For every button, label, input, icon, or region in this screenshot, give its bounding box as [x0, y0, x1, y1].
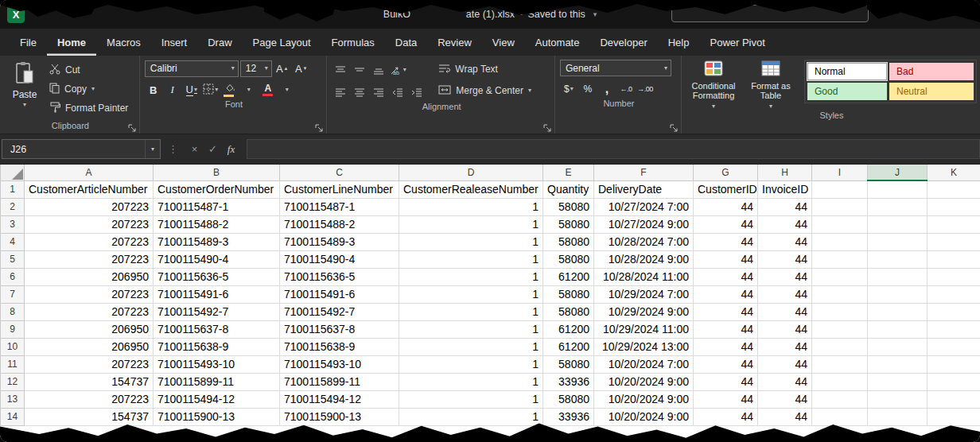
cell-E9[interactable]: 61200: [543, 320, 594, 338]
cell-E14[interactable]: 33936: [543, 408, 594, 425]
cell-K14[interactable]: [928, 408, 980, 425]
select-all-button[interactable]: [1, 165, 25, 180]
cell-E13[interactable]: 58080: [543, 390, 594, 408]
cell-H4[interactable]: 44: [758, 233, 812, 250]
cell-A7[interactable]: 207223: [25, 285, 154, 303]
font-name-select[interactable]: Calibri ▾: [145, 60, 239, 77]
cell-style-neutral[interactable]: Neutral: [889, 83, 974, 100]
cell-I14[interactable]: [812, 408, 868, 425]
column-header-H[interactable]: H: [758, 165, 812, 180]
font-dialog-launcher[interactable]: [315, 122, 324, 130]
cell-A3[interactable]: 207223: [25, 215, 154, 233]
cell-H13[interactable]: 44: [758, 390, 812, 408]
cell-K10[interactable]: [928, 338, 980, 355]
cell-D7[interactable]: 1: [399, 285, 543, 303]
cell-C4[interactable]: 7100115489-3: [280, 233, 399, 250]
cell-I2[interactable]: [812, 198, 868, 215]
tab-insert[interactable]: Insert: [151, 29, 198, 56]
accounting-format-button[interactable]: $▾: [560, 80, 578, 98]
cell-B1[interactable]: CustomerOrderNumber: [154, 180, 280, 198]
cell-D13[interactable]: 1: [399, 390, 543, 408]
cell-G6[interactable]: 44: [694, 268, 758, 285]
cell-A8[interactable]: 207223: [25, 303, 154, 320]
cell-H2[interactable]: 44: [758, 198, 812, 215]
cell-E4[interactable]: 58080: [543, 233, 594, 250]
align-center-button[interactable]: [351, 83, 368, 101]
cell-I5[interactable]: [812, 250, 868, 268]
tab-home[interactable]: Home: [47, 29, 96, 56]
paste-button[interactable]: Paste ▾: [5, 59, 45, 120]
cell-E12[interactable]: 33936: [543, 373, 594, 390]
cell-E3[interactable]: 58080: [543, 215, 594, 233]
cell-C10[interactable]: 7100115638-9: [280, 338, 399, 355]
font-size-select[interactable]: 12 ▾: [240, 60, 272, 77]
cell-D8[interactable]: 1: [399, 303, 543, 320]
cell-I12[interactable]: [812, 373, 868, 390]
enter-button[interactable]: ✓: [204, 140, 222, 159]
cell-D5[interactable]: 1: [399, 250, 543, 268]
cell-J1[interactable]: [868, 180, 928, 198]
cell-F6[interactable]: 10/28/2024 11:00: [594, 268, 694, 285]
cell-style-normal[interactable]: Normal: [807, 63, 887, 80]
tab-review[interactable]: Review: [427, 29, 482, 56]
cell-B3[interactable]: 7100115488-2: [154, 215, 280, 233]
align-top-button[interactable]: [332, 61, 349, 79]
cell-G1[interactable]: CustomerID: [694, 180, 758, 198]
cell-H8[interactable]: 44: [758, 303, 812, 320]
copy-button[interactable]: Copy ▾: [49, 80, 128, 98]
cell-A1[interactable]: CustomerArticleNumber: [25, 180, 154, 198]
cell-C7[interactable]: 7100115491-6: [280, 285, 399, 303]
cell-G5[interactable]: 44: [694, 250, 758, 268]
tab-data[interactable]: Data: [385, 29, 427, 56]
row-header-8[interactable]: 8: [1, 303, 25, 320]
cell-G3[interactable]: 44: [694, 215, 758, 233]
tab-help[interactable]: Help: [658, 29, 700, 56]
cell-F14[interactable]: 10/20/2024 9:00: [594, 408, 694, 425]
cell-H11[interactable]: 44: [758, 355, 812, 373]
cell-C13[interactable]: 7100115494-12: [280, 390, 399, 408]
number-format-select[interactable]: General ▾: [560, 60, 671, 76]
cell-J7[interactable]: [868, 285, 928, 303]
cell-A2[interactable]: 207223: [25, 198, 154, 215]
cell-G4[interactable]: 44: [694, 233, 758, 250]
more-options-icon[interactable]: ⋮: [168, 143, 178, 155]
cell-F7[interactable]: 10/29/2024 7:00: [594, 285, 694, 303]
column-header-F[interactable]: F: [594, 165, 694, 180]
cell-B14[interactable]: 7100115900-13: [154, 408, 280, 425]
column-header-D[interactable]: D: [399, 165, 543, 180]
percent-style-button[interactable]: %: [579, 80, 597, 98]
formula-input[interactable]: [247, 139, 980, 159]
cell-D3[interactable]: 1: [399, 215, 543, 233]
cell-I10[interactable]: [812, 338, 868, 355]
cell-B6[interactable]: 7100115636-5: [154, 268, 280, 285]
cell-A10[interactable]: 206950: [25, 338, 154, 355]
cell-B11[interactable]: 7100115493-10: [154, 355, 280, 373]
cell-J3[interactable]: [868, 215, 928, 233]
cell-G2[interactable]: 44: [694, 198, 758, 215]
italic-button[interactable]: I: [164, 81, 181, 99]
cell-C12[interactable]: 7100115899-11: [280, 373, 399, 390]
increase-font-size-button[interactable]: A▲: [274, 60, 291, 77]
cell-E10[interactable]: 61200: [543, 338, 594, 355]
cell-J5[interactable]: [868, 250, 928, 268]
underline-button[interactable]: U▾: [183, 81, 200, 99]
cell-I4[interactable]: [812, 233, 868, 250]
borders-button[interactable]: ▾: [202, 81, 220, 99]
cell-J9[interactable]: [868, 320, 928, 338]
cell-E5[interactable]: 58080: [543, 250, 594, 268]
cell-K11[interactable]: [928, 355, 980, 373]
fill-color-button[interactable]: [221, 81, 239, 99]
cell-A14[interactable]: 154737: [25, 408, 154, 425]
cell-I8[interactable]: [812, 303, 868, 320]
cell-C2[interactable]: 7100115487-1: [280, 198, 399, 215]
cell-E11[interactable]: 58080: [543, 355, 594, 373]
cell-G8[interactable]: 44: [694, 303, 758, 320]
cell-J13[interactable]: [868, 390, 928, 408]
cell-E6[interactable]: 61200: [543, 268, 594, 285]
cell-K8[interactable]: [928, 303, 980, 320]
cell-G7[interactable]: 44: [694, 285, 758, 303]
cell-A9[interactable]: 206950: [25, 320, 154, 338]
cell-A5[interactable]: 207223: [25, 250, 154, 268]
cell-I13[interactable]: [812, 390, 868, 408]
cancel-button[interactable]: ×: [185, 140, 204, 159]
